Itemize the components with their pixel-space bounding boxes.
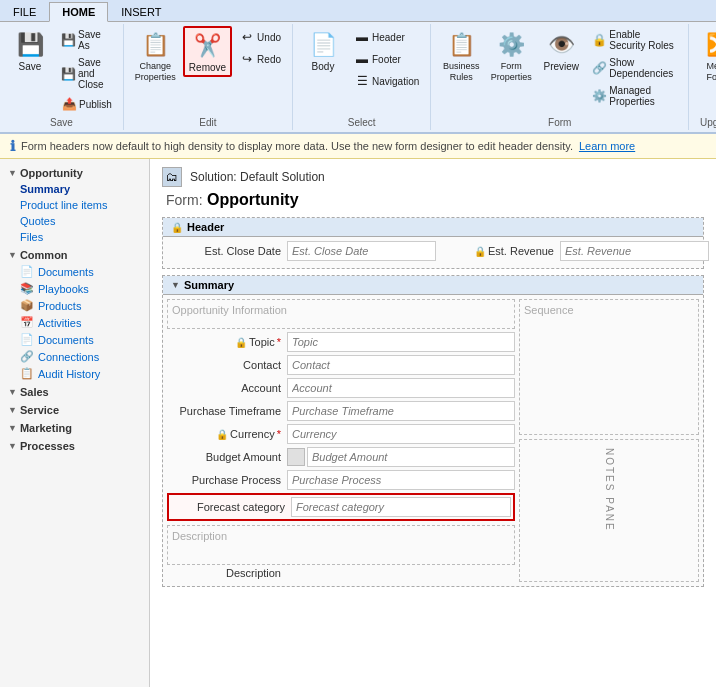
budget-amount-label: Budget Amount xyxy=(167,451,287,463)
header-button[interactable]: ▬ Header xyxy=(349,26,424,48)
edit-group-label: Edit xyxy=(130,117,286,128)
sidebar-section-sales[interactable]: Sales xyxy=(0,382,149,400)
purchase-process-input[interactable] xyxy=(287,470,515,490)
est-revenue-input[interactable] xyxy=(560,241,709,261)
audit-icon: 📋 xyxy=(20,367,34,380)
header-section-label[interactable]: 🔒 Header xyxy=(163,218,703,237)
tab-file[interactable]: FILE xyxy=(0,1,49,21)
est-close-date-input[interactable] xyxy=(287,241,436,261)
redo-button[interactable]: ↪ Redo xyxy=(234,48,286,70)
sidebar-item-documents1[interactable]: 📄 Documents xyxy=(0,263,149,280)
account-input[interactable] xyxy=(287,378,515,398)
learn-more-link[interactable]: Learn more xyxy=(579,140,635,152)
currency-req-star: * xyxy=(277,428,281,440)
save-button[interactable]: 💾 Save xyxy=(6,26,54,75)
redo-icon: ↪ xyxy=(239,51,255,67)
notes-pane-label: NOTES PANE xyxy=(604,448,615,532)
solution-header: 🗂 Solution: Default Solution xyxy=(162,167,704,187)
sidebar-item-connections[interactable]: 🔗 Connections xyxy=(0,348,149,365)
sidebar-section-opportunity[interactable]: Opportunity xyxy=(0,163,149,181)
est-revenue-row: 🔒 Est. Revenue xyxy=(440,241,709,261)
sidebar-section-common[interactable]: Common xyxy=(0,245,149,263)
sidebar-section-service[interactable]: Service xyxy=(0,400,149,418)
tab-insert[interactable]: INSERT xyxy=(108,1,174,21)
change-properties-icon: 📋 xyxy=(139,29,171,61)
merge-icon: 🔀 xyxy=(703,29,716,61)
solution-icon: 🗂 xyxy=(162,167,182,187)
select-group-label: Select xyxy=(299,117,424,128)
sidebar-item-documents2[interactable]: 📄 Documents xyxy=(0,331,149,348)
security-icon: 🔒 xyxy=(592,32,607,48)
ribbon-group-save: 💾 Save 💾 Save As 💾 Save and Close 📤 Publ… xyxy=(0,24,124,130)
sidebar-item-files[interactable]: Files xyxy=(0,229,149,245)
purchase-process-label: Purchase Process xyxy=(167,474,287,486)
sidebar-item-product-line[interactable]: Product line items xyxy=(0,197,149,213)
save-close-button[interactable]: 💾 Save and Close xyxy=(56,54,117,93)
ribbon-group-edit: 📋 ChangeProperties ✂️ Remove ↩ Undo ↪ Re… xyxy=(124,24,293,130)
ribbon-group-upgrade: 🔀 MergeForms Upgrade xyxy=(689,24,716,130)
sidebar-item-audit[interactable]: 📋 Audit History xyxy=(0,365,149,382)
header-icon: ▬ xyxy=(354,29,370,45)
remove-button[interactable]: ✂️ Remove xyxy=(183,26,232,77)
managed-properties-button[interactable]: ⚙️ Managed Properties xyxy=(587,82,682,110)
sidebar-item-products[interactable]: 📦 Products xyxy=(0,297,149,314)
currency-row: 🔒 Currency * xyxy=(167,424,515,444)
currency-input[interactable] xyxy=(287,424,515,444)
header-fields-row: Est. Close Date 🔒 Est. Revenue xyxy=(167,241,699,264)
est-revenue-label: 🔒 Est. Revenue xyxy=(440,245,560,257)
business-rules-button[interactable]: 📋 BusinessRules xyxy=(437,26,485,86)
est-close-date-col: Est. Close Date xyxy=(167,241,436,264)
topic-input[interactable] xyxy=(287,332,515,352)
currency-label: 🔒 Currency * xyxy=(167,428,287,440)
contact-input[interactable] xyxy=(287,355,515,375)
save-icon: 💾 xyxy=(14,29,46,61)
remove-icon: ✂️ xyxy=(191,30,223,62)
description-area: Description Description xyxy=(167,525,515,579)
purchase-timeframe-input[interactable] xyxy=(287,401,515,421)
footer-icon: ▬ xyxy=(354,51,370,67)
sidebar-item-quotes[interactable]: Quotes xyxy=(0,213,149,229)
contact-label: Contact xyxy=(167,359,287,371)
footer-button[interactable]: ▬ Footer xyxy=(349,48,424,70)
enable-security-roles-button[interactable]: 🔒 Enable Security Roles xyxy=(587,26,682,54)
currency-lock-icon: 🔒 xyxy=(216,429,228,440)
publish-button[interactable]: 📤 Publish xyxy=(56,93,117,115)
body-button[interactable]: 📄 Body xyxy=(299,26,347,75)
revenue-lock-icon: 🔒 xyxy=(474,246,486,257)
opp-info-box: Opportunity Information xyxy=(167,299,515,329)
save-as-button[interactable]: 💾 Save As xyxy=(56,26,117,54)
preview-button[interactable]: 👁️ Preview xyxy=(537,26,585,75)
undo-button[interactable]: ↩ Undo xyxy=(234,26,286,48)
upgrade-group-label: Upgrade xyxy=(695,117,716,128)
forecast-category-row: Forecast category xyxy=(167,493,515,521)
dependencies-icon: 🔗 xyxy=(592,60,607,76)
summary-right: Sequence NOTES PANE xyxy=(519,299,699,582)
purchase-timeframe-label: Purchase Timeframe xyxy=(167,405,287,417)
ribbon-group-form: 📋 BusinessRules ⚙️ FormProperties 👁️ Pre… xyxy=(431,24,689,130)
sidebar-section-processes[interactable]: Processes xyxy=(0,436,149,454)
forecast-category-input[interactable] xyxy=(291,497,511,517)
budget-amount-input[interactable] xyxy=(307,447,515,467)
change-properties-button[interactable]: 📋 ChangeProperties xyxy=(130,26,181,86)
summary-left: Opportunity Information 🔒 Topic * xyxy=(167,299,515,582)
info-icon: ℹ xyxy=(10,138,15,154)
navigation-button[interactable]: ☰ Navigation xyxy=(349,70,424,92)
form-title: Form: Opportunity xyxy=(166,191,704,209)
save-group-label: Save xyxy=(6,117,117,128)
forecast-category-label: Forecast category xyxy=(171,501,291,513)
description-placeholder: Description xyxy=(167,525,515,565)
undo-icon: ↩ xyxy=(239,29,255,45)
summary-section-label[interactable]: ▼ Summary xyxy=(163,276,703,295)
est-revenue-col: 🔒 Est. Revenue xyxy=(440,241,709,264)
show-dependencies-button[interactable]: 🔗 Show Dependencies xyxy=(587,54,682,82)
merge-forms-button[interactable]: 🔀 MergeForms xyxy=(695,26,716,86)
form-properties-button[interactable]: ⚙️ FormProperties xyxy=(487,26,535,86)
tab-home[interactable]: HOME xyxy=(49,2,108,22)
sidebar: Opportunity Summary Product line items Q… xyxy=(0,159,150,687)
sidebar-item-activities[interactable]: 📅 Activities xyxy=(0,314,149,331)
sidebar-section-marketing[interactable]: Marketing xyxy=(0,418,149,436)
sidebar-item-playbooks[interactable]: 📚 Playbooks xyxy=(0,280,149,297)
sidebar-item-summary[interactable]: Summary xyxy=(0,181,149,197)
purchase-process-row: Purchase Process xyxy=(167,470,515,490)
contact-row: Contact xyxy=(167,355,515,375)
